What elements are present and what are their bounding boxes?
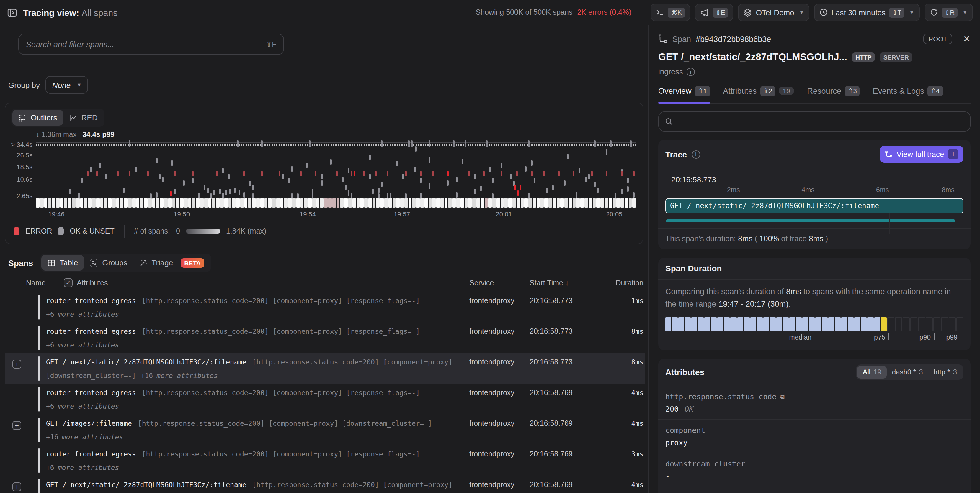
column-service[interactable]: Service [469, 279, 494, 287]
error-span-mark[interactable] [315, 171, 317, 176]
span-mark[interactable] [411, 140, 413, 147]
error-span-mark[interactable] [573, 171, 575, 176]
refresh-button[interactable]: ⇧R ▼ [924, 3, 973, 21]
error-span-mark[interactable] [591, 171, 593, 176]
span-mark[interactable] [453, 140, 455, 147]
span-mark[interactable] [486, 140, 488, 147]
span-mark[interactable] [129, 140, 131, 147]
info-icon[interactable]: i [692, 150, 700, 159]
span-mark[interactable] [456, 177, 458, 182]
span-mark[interactable] [415, 146, 417, 151]
span-mark[interactable] [579, 168, 581, 173]
span-mark[interactable] [345, 184, 347, 190]
error-span-mark[interactable] [420, 171, 422, 176]
span-mark[interactable] [564, 181, 566, 186]
more-attributes-count[interactable]: +6 [46, 341, 54, 349]
span-mark[interactable] [312, 193, 314, 198]
span-mark[interactable] [222, 168, 224, 173]
span-mark[interactable] [162, 177, 164, 182]
column-duration[interactable]: Duration [616, 279, 644, 287]
span-mark[interactable] [309, 140, 311, 147]
column-name[interactable]: Name [26, 279, 46, 287]
span-mark[interactable] [525, 166, 527, 172]
span-mark[interactable] [585, 177, 587, 182]
span-mark[interactable] [429, 184, 431, 189]
span-mark[interactable] [171, 160, 173, 166]
span-mark[interactable] [627, 178, 629, 183]
span-mark[interactable] [81, 178, 83, 183]
error-span-mark[interactable] [170, 191, 172, 197]
span-mark[interactable] [69, 189, 71, 194]
span-mark[interactable] [474, 174, 476, 179]
error-span-mark[interactable] [501, 171, 503, 176]
span-mark[interactable] [414, 167, 415, 173]
span-mark[interactable] [213, 190, 215, 195]
span-mark[interactable] [480, 186, 482, 191]
span-mark[interactable] [378, 187, 380, 193]
tab-triage[interactable]: Triage BETA [133, 255, 210, 271]
span-mark[interactable] [198, 193, 200, 198]
expand-icon[interactable]: + [13, 482, 21, 491]
span-mark[interactable] [105, 174, 107, 179]
span-mark[interactable] [291, 166, 293, 172]
error-span-mark[interactable] [531, 171, 533, 176]
error-span-mark[interactable] [87, 171, 89, 176]
attributes-checkbox[interactable]: ✓ [64, 278, 73, 287]
span-mark[interactable] [429, 140, 431, 147]
span-mark[interactable] [321, 181, 323, 186]
span-mark[interactable] [381, 140, 383, 147]
span-mark[interactable] [552, 185, 554, 190]
outliers-toggle[interactable]: Outliers [13, 110, 63, 125]
span-mark[interactable] [369, 154, 371, 160]
error-span-mark[interactable] [514, 184, 516, 190]
error-span-mark[interactable] [447, 171, 449, 176]
span-mark[interactable] [219, 189, 221, 194]
error-span-mark[interactable] [520, 184, 521, 190]
span-mark[interactable] [243, 192, 245, 198]
span-mark[interactable] [306, 162, 307, 168]
span-mark[interactable] [348, 168, 350, 173]
detail-tab-overview[interactable]: Overview⇧1 [658, 84, 710, 103]
span-mark[interactable] [489, 167, 491, 173]
span-mark[interactable] [372, 189, 374, 194]
error-span-mark[interactable] [432, 171, 434, 176]
span-mark[interactable] [192, 178, 194, 184]
span-mark[interactable] [156, 192, 158, 198]
span-mark[interactable] [174, 189, 176, 194]
column-start-time[interactable]: Start Time ↓ [530, 279, 569, 287]
span-mark[interactable] [207, 189, 209, 194]
span-mark[interactable] [90, 167, 92, 173]
span-mark[interactable] [597, 187, 599, 193]
span-mark[interactable] [183, 181, 185, 186]
span-mark[interactable] [330, 159, 332, 165]
error-count-status[interactable]: 2K errors (0.4%) [577, 8, 631, 16]
error-span-mark[interactable] [117, 171, 119, 176]
span-mark[interactable] [610, 140, 612, 147]
error-span-mark[interactable] [336, 171, 338, 176]
column-attributes[interactable]: Attributes [77, 279, 108, 287]
span-mark[interactable] [402, 174, 404, 179]
attribute-filter-all[interactable]: All19 [857, 366, 886, 379]
span-mark[interactable] [429, 157, 431, 162]
table-row[interactable]: router frontend egress[http.response.sta… [5, 384, 645, 415]
table-row[interactable]: +GET /images/:filename[http.response.sta… [5, 415, 645, 445]
span-mark[interactable] [546, 189, 547, 194]
environment-selector[interactable]: OTel Demo ▼ [738, 3, 810, 21]
span-mark[interactable] [252, 184, 254, 190]
span-mark[interactable] [627, 186, 629, 192]
error-span-mark[interactable] [300, 171, 302, 176]
span-mark[interactable] [321, 174, 323, 179]
span-mark[interactable] [465, 140, 467, 147]
table-row[interactable]: +GET /_next/static/_2z87dTQLMSGOLhJTE3Cz… [5, 476, 645, 493]
group-by-select[interactable]: None ▼ [46, 76, 88, 94]
span-mark[interactable] [621, 189, 622, 194]
error-span-mark[interactable] [216, 171, 218, 176]
more-attributes-count[interactable]: +16 [141, 371, 153, 380]
error-span-mark[interactable] [354, 171, 356, 176]
selected-span-bar[interactable]: GET /_next/static/_2z87dTQLMSGOLhJTE3Cz/… [665, 198, 964, 214]
announcements-button[interactable]: ⇧E [695, 3, 733, 21]
span-mark[interactable] [534, 178, 536, 184]
span-mark[interactable] [528, 193, 530, 198]
span-mark[interactable] [225, 190, 227, 195]
span-mark[interactable] [228, 174, 230, 179]
